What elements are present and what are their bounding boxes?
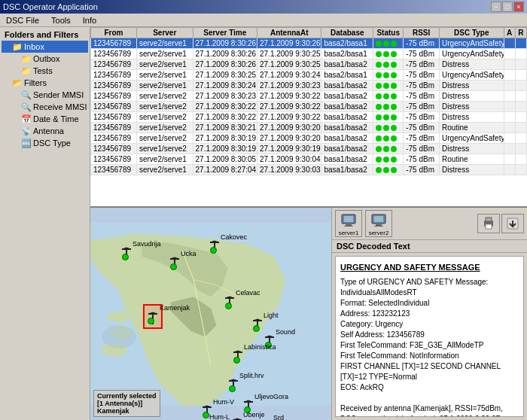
col-server-time[interactable]: Server Time xyxy=(193,28,257,38)
dot-2 xyxy=(383,157,389,163)
server2-icon[interactable]: server2 xyxy=(365,210,392,237)
sidebar-item-sender-mmsi[interactable]: 🔍 Sender MMSI xyxy=(2,89,88,101)
bottom-panel: Savudrija Ucka Kamenjak xyxy=(90,208,527,420)
cell-a xyxy=(504,165,515,175)
cell-antenna: 27.1.2009 9:30:24 8:30:24 xyxy=(257,70,321,81)
table-row[interactable]: 123456789 serve1/serve2 27.1.2009 8:30:2… xyxy=(91,112,527,123)
col-a[interactable]: A xyxy=(504,28,515,38)
cell-status xyxy=(373,70,404,81)
antenna-filter-icon: 📡 xyxy=(21,126,32,136)
cell-database: basa1/basa2 xyxy=(321,91,373,102)
table-row[interactable]: 123456789 serve1/serve2 27.1.2009 8:30:1… xyxy=(91,144,527,154)
antenna-split[interactable]: Split.hrv xyxy=(226,373,241,394)
cell-rssi: -75 dBm xyxy=(404,123,440,133)
svg-rect-67 xyxy=(374,216,383,222)
table-row[interactable]: 123456789 serve1/serve2 27.1.2009 8:30:1… xyxy=(91,133,527,144)
table-row[interactable]: 123456789 serve2/serve1 27.1.2009 8:30:2… xyxy=(91,49,527,59)
export-button[interactable] xyxy=(501,214,524,233)
sidebar-item-tests[interactable]: 📁 Tests xyxy=(2,65,88,77)
cell-rssi: -75 dBm xyxy=(404,133,440,144)
sidebar-item-outbox[interactable]: 📁 Outbox xyxy=(2,53,88,65)
map-selected-info: Currently selected [1 Antenna(s)] Kamenj… xyxy=(93,390,160,417)
cell-status xyxy=(373,91,404,102)
cell-status xyxy=(373,81,404,91)
table-row[interactable]: 123456789 serve2/serve1 27.1.2009 8:30:2… xyxy=(91,81,527,91)
cell-server-time: 27.1.2009 8:30:05 8:30:05 xyxy=(193,154,257,165)
sidebar-item-dsc-type[interactable]: 🔤 DSC Type xyxy=(2,137,88,149)
col-antenna-at[interactable]: AntennaAt xyxy=(257,28,321,38)
col-r[interactable]: R xyxy=(515,28,526,38)
antenna-labinistica[interactable]: Labinistica xyxy=(230,345,245,365)
antenna-ucka[interactable]: Ucka xyxy=(167,251,182,272)
folder-open-icon: 📁 xyxy=(12,41,23,52)
maximize-button[interactable]: □ xyxy=(502,2,513,12)
close-button[interactable]: × xyxy=(513,2,524,12)
table-row[interactable]: 123456789 serve1/serve2 27.1.2009 8:30:2… xyxy=(91,123,527,133)
col-status[interactable]: Status xyxy=(373,28,404,38)
antenna-celavac[interactable]: Celavac xyxy=(222,291,237,311)
cell-from: 123456789 xyxy=(91,102,137,112)
dot-1 xyxy=(376,83,382,89)
label-light: Light xyxy=(264,312,279,319)
cell-dsc-type: Distress xyxy=(440,59,504,70)
map-area[interactable]: Savudrija Ucka Kamenjak xyxy=(90,208,331,420)
table-row[interactable]: 123456789 serve1/serve2 27.1.2009 8:30:2… xyxy=(91,91,527,102)
antenna-hum-l[interactable]: Hum-L xyxy=(196,415,211,420)
server-icons-row: server1 server2 xyxy=(332,208,527,240)
cell-antenna: 27.1.2009 9:30:22 8:30:22 xyxy=(257,102,321,112)
sidebar-item-filters[interactable]: 📂 Filters xyxy=(2,77,88,89)
print-icon xyxy=(482,217,495,230)
menu-dsc-file[interactable]: DSC File xyxy=(3,15,42,26)
sidebar-item-receive-label: Receive MMSI xyxy=(33,102,87,111)
table-row[interactable]: 123456789 serve2/serve1 27.1.2009 8:30:0… xyxy=(91,154,527,165)
table-row[interactable]: 123456789 serve2/serve1 27.1.2009 8:30:2… xyxy=(91,38,527,49)
col-rssi[interactable]: RSSI xyxy=(404,28,440,38)
menu-info[interactable]: Info xyxy=(80,15,99,26)
col-server[interactable]: Server xyxy=(136,28,193,38)
server1-icon[interactable]: server1 xyxy=(335,210,362,237)
sidebar-item-inbox[interactable]: 📁 Inbox xyxy=(2,41,88,53)
antenna-savudrija[interactable]: Savudrija xyxy=(119,242,134,262)
filter-folder-icon: 📂 xyxy=(12,78,23,88)
table-container[interactable]: From Server Server Time AntennaAt Databa… xyxy=(90,27,527,208)
antenna-srd[interactable]: Srd xyxy=(260,415,275,420)
signal-ucka xyxy=(170,263,177,270)
col-database[interactable]: Database xyxy=(321,28,373,38)
cell-status xyxy=(373,154,404,165)
status-dots xyxy=(376,62,401,68)
cell-server: serve2/serve1 xyxy=(136,154,193,165)
title-bar-text: DSC Operator Application xyxy=(3,2,98,11)
col-from[interactable]: From xyxy=(91,28,137,38)
print-button[interactable] xyxy=(477,214,500,233)
sidebar-item-datetime[interactable]: 📅 Date & Time xyxy=(2,113,88,125)
col-dsc-type[interactable]: DSC Type xyxy=(440,28,504,38)
status-dots xyxy=(376,51,401,57)
antenna-cakovec[interactable]: Cakovec xyxy=(207,235,222,255)
sidebar-item-receive-mmsi[interactable]: 🔍 Receive MMSI xyxy=(2,101,88,113)
cell-a xyxy=(504,102,515,112)
antenna-ubenje[interactable]: Ubenje xyxy=(230,412,245,420)
cell-dsc-type: Routine xyxy=(440,154,504,165)
cell-status xyxy=(373,133,404,144)
cell-rssi: -75 dBm xyxy=(404,59,440,70)
label-cakovec: Cakovec xyxy=(221,233,247,241)
table-row[interactable]: 123456789 serve1/serve2 27.1.2009 8:30:2… xyxy=(91,102,527,112)
table-row[interactable]: 123456789 serve2/serve1 27.1.2009 8:27:0… xyxy=(91,165,527,175)
menu-tools[interactable]: Tools xyxy=(48,15,74,26)
cell-status xyxy=(373,112,404,123)
table-row[interactable]: 123456789 serve2/serve1 27.1.2009 8:30:2… xyxy=(91,59,527,70)
minimize-button[interactable]: − xyxy=(491,2,501,12)
cell-dsc-type: Distress xyxy=(440,165,504,175)
dsc-content[interactable]: URGENCY AND SAFETY MESSAGE Type of URGEN… xyxy=(335,256,524,417)
cell-r xyxy=(515,133,526,144)
status-dots xyxy=(376,93,401,99)
cell-from: 123456789 xyxy=(91,59,137,70)
cell-rssi: -75 dBm xyxy=(404,144,440,154)
sidebar-item-antenna[interactable]: 📡 Antenna xyxy=(2,125,88,137)
dot-2 xyxy=(383,104,389,110)
table-row[interactable]: 123456789 serve2/serve1 27.1.2009 8:30:2… xyxy=(91,70,527,81)
signal-savudrija xyxy=(122,254,129,260)
antenna-kamenjak[interactable]: Kamenjak xyxy=(143,304,163,329)
cell-from: 123456789 xyxy=(91,154,137,165)
cell-server: serve1/serve2 xyxy=(136,102,193,112)
